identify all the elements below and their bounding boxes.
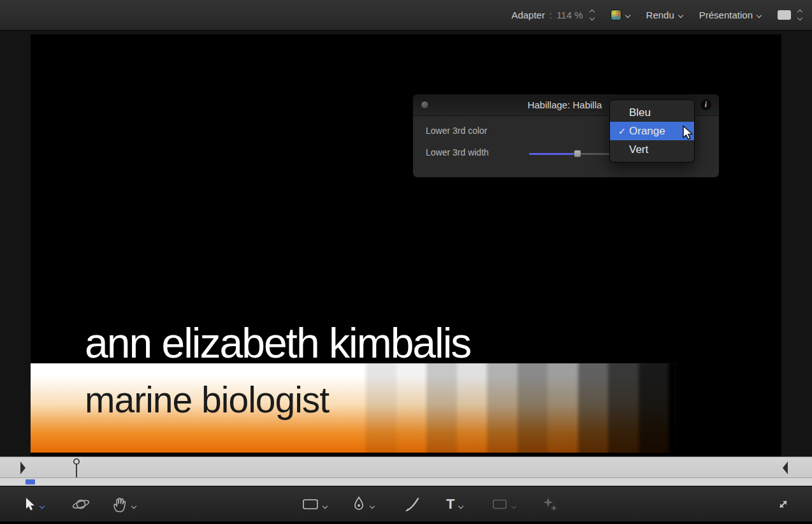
display-mode-control[interactable]: [778, 10, 802, 20]
color-channels-menu[interactable]: [611, 10, 630, 20]
window-bottom-edge: [0, 521, 812, 524]
pan-hand-tool[interactable]: [112, 486, 136, 522]
mask-shape-tool: [492, 486, 516, 522]
view-menu-label: Présentation: [699, 10, 753, 20]
expand-view-button[interactable]: [775, 486, 792, 522]
range-in-marker[interactable]: [19, 460, 27, 478]
brush-stroke-icon: [404, 496, 421, 513]
color-channels-icon: [611, 10, 621, 20]
chevron-down-icon: [757, 12, 762, 17]
zoom-control[interactable]: Adapter : 114 %: [511, 10, 593, 20]
render-menu[interactable]: Rendu: [646, 10, 683, 20]
chevron-down-icon: [458, 504, 463, 509]
expand-diagonal-icon: [775, 496, 792, 513]
chevron-down-icon: [370, 504, 375, 509]
checkmark-icon: ✓: [615, 126, 629, 137]
menu-item-label: Bleu: [629, 106, 651, 119]
chevron-up-icon: [797, 10, 802, 15]
chevron-down-icon: [511, 504, 516, 509]
menu-item-label: Orange: [629, 125, 665, 138]
select-arrow-icon: [23, 497, 36, 512]
text-tool[interactable]: T: [446, 486, 463, 522]
range-out-marker[interactable]: [781, 460, 789, 478]
display-icon: [778, 10, 791, 20]
chevron-down-icon: [625, 12, 630, 17]
mouse-cursor: [681, 125, 695, 144]
adjust-item-tool: [542, 486, 558, 522]
timeline-range-bar[interactable]: [0, 477, 812, 486]
bottom-toolbar: T: [0, 486, 812, 521]
display-stepper[interactable]: [798, 10, 802, 20]
title-role-text: marine biologist: [85, 379, 329, 421]
chevron-down-icon: [678, 12, 683, 17]
zoom-label: Adapter: [511, 10, 545, 20]
rectangle-shape-tool[interactable]: [302, 486, 327, 522]
paint-stroke-tool[interactable]: [404, 486, 421, 522]
select-transform-tool[interactable]: [23, 486, 44, 522]
zoom-stepper[interactable]: [590, 10, 594, 20]
bezier-pen-tool[interactable]: [352, 486, 374, 522]
render-menu-label: Rendu: [646, 10, 674, 20]
chevron-down-icon: [797, 15, 802, 20]
menu-item-label: Vert: [629, 143, 648, 156]
timeline-range-segment[interactable]: [25, 479, 35, 484]
chevron-down-icon: [40, 504, 45, 509]
slider-thumb[interactable]: [574, 150, 581, 157]
orbit-3d-tool[interactable]: [71, 486, 91, 522]
title-name-text: ann elizabeth kimbalis: [85, 319, 470, 367]
slider-fill: [529, 153, 577, 155]
zoom-separator: :: [549, 10, 552, 20]
menu-item-bleu[interactable]: Bleu: [610, 103, 694, 122]
view-menu[interactable]: Présentation: [699, 10, 761, 20]
mask-rectangle-icon: [492, 499, 507, 510]
orbit-icon: [71, 495, 91, 513]
chevron-down-icon: [131, 504, 136, 509]
chevron-down-icon: [589, 15, 594, 20]
app-window: Adapter : 114 % Rendu Présentation: [0, 0, 812, 524]
zoom-value: 114 %: [556, 10, 583, 20]
main-area: ann elizabeth kimbalis marine biologist …: [0, 31, 812, 524]
text-tool-icon: T: [446, 497, 454, 511]
hand-icon: [112, 496, 127, 513]
rectangle-icon: [302, 498, 319, 511]
hud-width-label: Lower 3rd width: [426, 147, 489, 157]
chevron-down-icon: [323, 504, 328, 509]
chevron-up-icon: [589, 10, 594, 15]
hud-close-button[interactable]: [421, 101, 429, 109]
mini-timeline[interactable]: [0, 456, 812, 486]
info-icon[interactable]: i: [700, 99, 711, 110]
hud-color-label: Lower 3rd color: [426, 126, 488, 136]
sparkle-icon: [542, 496, 558, 513]
pen-nib-icon: [352, 496, 366, 513]
top-toolbar: Adapter : 114 % Rendu Présentation: [0, 0, 812, 31]
